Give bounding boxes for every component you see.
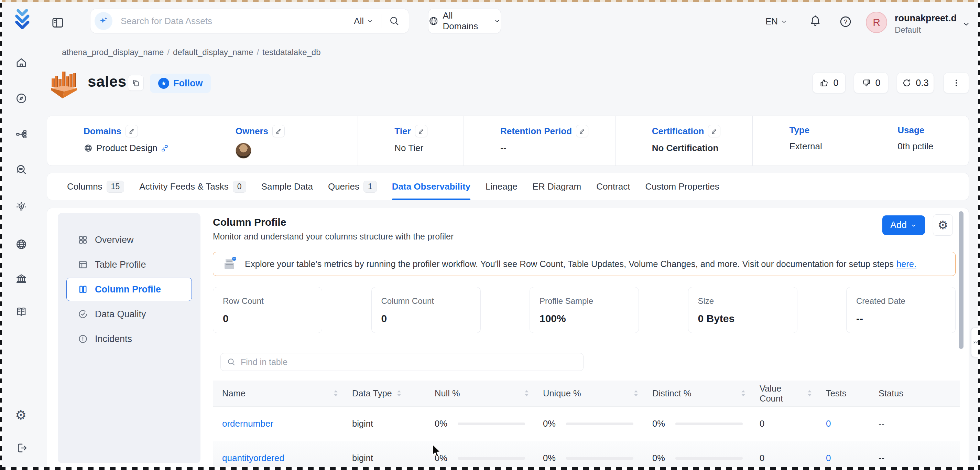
unique-pct-bar — [566, 422, 633, 425]
user-avatar[interactable]: R — [866, 12, 887, 33]
edit-tier-button[interactable] — [415, 125, 427, 137]
profiler-settings-button[interactable]: ⚙ — [933, 214, 953, 236]
nav-settings[interactable]: ⚙ — [15, 409, 27, 422]
alert-circle-icon — [78, 334, 88, 344]
user-menu-chevron[interactable] — [962, 20, 970, 28]
breadcrumb-service[interactable]: athena_prod_display_name — [62, 48, 164, 57]
nav-governance[interactable] — [15, 272, 27, 285]
profiler-nav-column-profile[interactable]: Column Profile — [66, 278, 192, 301]
owner-avatar[interactable] — [235, 143, 251, 159]
domain-value[interactable]: Product Design — [96, 143, 158, 153]
all-domains-selector[interactable]: All Domains — [428, 9, 501, 33]
column-header-distinct-pct[interactable]: Distinct % — [652, 389, 760, 398]
app-logo[interactable] — [13, 8, 35, 30]
search-divider — [381, 14, 381, 28]
sort-icon[interactable] — [807, 390, 812, 397]
user-menu[interactable]: rounakpreet.d Default — [895, 13, 957, 35]
column-link[interactable]: ordernumber — [222, 418, 274, 429]
version-button[interactable]: 0.3 — [897, 73, 934, 93]
panel-left-icon — [51, 16, 65, 30]
usage-value: 0th pctile — [897, 141, 933, 152]
edit-domains-button[interactable] — [126, 125, 138, 137]
stat-column-count: Column Count0 — [371, 287, 481, 333]
edit-owners-button[interactable] — [272, 125, 285, 137]
column-header-value-count[interactable]: Value Count — [760, 384, 826, 404]
pencil-icon — [129, 128, 135, 134]
meta-retention: Retention Period -- — [464, 116, 616, 166]
search-icon[interactable] — [389, 16, 400, 27]
tests-link[interactable]: 0 — [826, 453, 831, 464]
global-search[interactable]: Search for Data Assets All — [90, 9, 409, 33]
breadcrumb-schema[interactable]: testdatalake_db — [262, 48, 320, 57]
ai-sparkle-button[interactable] — [95, 12, 113, 30]
columns-icon — [78, 284, 88, 295]
nav-lineage[interactable] — [15, 128, 27, 140]
sort-icon[interactable] — [633, 390, 638, 397]
copy-icon — [132, 79, 140, 87]
search-input[interactable]: Search for Data Assets — [121, 16, 354, 27]
nav-domains[interactable] — [15, 238, 27, 250]
nav-observability[interactable] — [15, 164, 27, 176]
help-button[interactable]: ? — [839, 15, 852, 28]
kebab-menu-icon — [952, 78, 961, 88]
sort-icon[interactable] — [524, 390, 529, 397]
bank-icon — [15, 272, 27, 285]
column-header-name[interactable]: Name — [213, 389, 352, 398]
vertical-scrollbar[interactable] — [959, 211, 964, 349]
find-in-table-input[interactable]: Find in table — [220, 353, 584, 371]
tier-value: No Tier — [395, 143, 423, 153]
book-icon — [15, 306, 27, 318]
column-link[interactable]: quantityordered — [222, 453, 284, 464]
tab-queries[interactable]: Queries1 — [328, 173, 377, 200]
follow-button[interactable]: ★ Follow — [150, 73, 211, 93]
section-subtitle: Monitor and understand your columns stru… — [213, 231, 453, 242]
tests-link[interactable]: 0 — [826, 418, 831, 429]
nav-explore[interactable] — [15, 92, 27, 105]
sidebar-collapse-button[interactable] — [51, 16, 65, 30]
inbox-illustration-icon — [221, 256, 238, 272]
tab-sample-data[interactable]: Sample Data — [261, 173, 313, 200]
nav-glossary[interactable] — [15, 306, 27, 318]
notifications-button[interactable] — [809, 14, 822, 27]
home-icon — [15, 56, 27, 69]
tab-contract[interactable]: Contract — [596, 173, 630, 200]
tab-columns[interactable]: Columns15 — [67, 173, 124, 200]
column-header-data-type[interactable]: Data Type — [352, 389, 434, 398]
check-circle-icon — [78, 309, 88, 319]
column-header-unique-pct[interactable]: Unique % — [543, 389, 652, 398]
logout-button[interactable] — [15, 442, 27, 454]
sort-icon[interactable] — [333, 390, 338, 397]
column-header-null-pct[interactable]: Null % — [434, 389, 543, 398]
language-selector[interactable]: EN — [765, 16, 788, 27]
more-actions-button[interactable] — [943, 73, 969, 93]
tab-data-observability[interactable]: Data Observability — [392, 173, 470, 200]
tab-activity-feeds[interactable]: Activity Feeds & Tasks0 — [139, 173, 246, 200]
edit-retention-button[interactable] — [576, 125, 589, 137]
certification-value: No Certification — [652, 143, 719, 153]
table-row: quantityordered bigint 0% 0% 0% 0 0 -- — [213, 441, 960, 470]
compass-icon — [15, 92, 27, 105]
null-pct-bar — [458, 422, 525, 425]
subdomain-icon — [161, 145, 169, 152]
breadcrumb-database[interactable]: default_display_name — [173, 48, 253, 57]
profiler-nav-overview[interactable]: Overview — [66, 228, 192, 252]
profiler-nav-data-quality[interactable]: Data Quality — [66, 303, 192, 326]
copy-name-button[interactable] — [128, 75, 144, 91]
sort-icon[interactable] — [741, 390, 746, 397]
search-scope-dropdown[interactable]: All — [354, 16, 374, 27]
question-icon: ? — [839, 15, 852, 28]
tab-er-diagram[interactable]: ER Diagram — [533, 173, 581, 200]
tab-custom-properties[interactable]: Custom Properties — [645, 173, 719, 200]
tab-lineage[interactable]: Lineage — [485, 173, 517, 200]
profiler-nav-table-profile[interactable]: Table Profile — [66, 253, 192, 276]
banner-docs-link[interactable]: here. — [896, 259, 916, 269]
add-button[interactable]: Add — [882, 215, 925, 235]
section-title: Column Profile — [213, 217, 286, 228]
edit-certification-button[interactable] — [708, 125, 721, 137]
sort-icon[interactable] — [396, 390, 402, 397]
downvote-button[interactable]: 0 — [854, 73, 888, 93]
profiler-nav-incidents[interactable]: Incidents — [66, 327, 192, 351]
nav-insights[interactable] — [15, 201, 27, 213]
upvote-button[interactable]: 0 — [813, 73, 846, 93]
nav-home[interactable] — [15, 56, 27, 69]
